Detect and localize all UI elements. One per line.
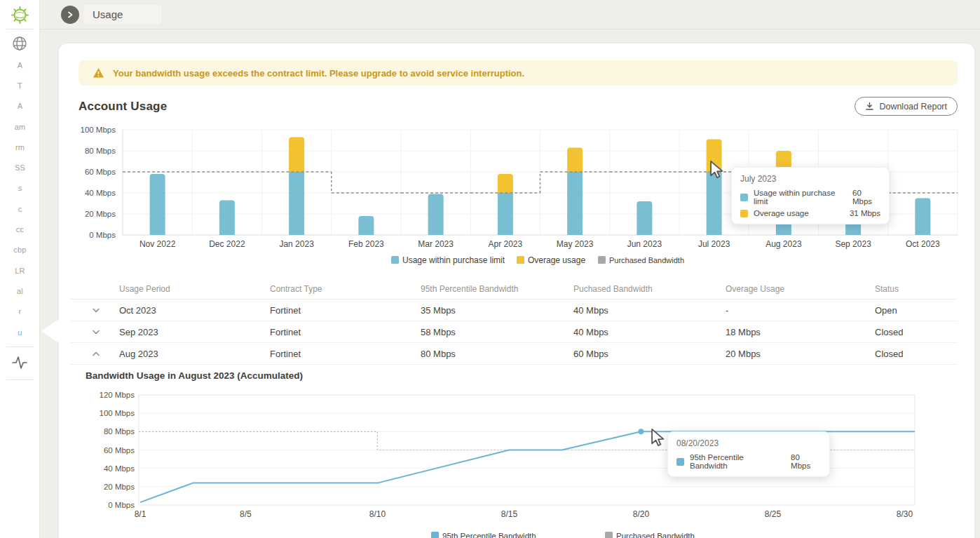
usage-dashboard: Usage ATAamrmSSsccccbpLRalru	[0, 0, 980, 538]
cell-status: Closed	[875, 327, 958, 337]
col-overage-usage: Overage Usage	[726, 284, 875, 294]
tooltip-row: 95th Percentile Bandwidth 80 Mbps	[676, 453, 821, 470]
bar-feb-2023-usage[interactable]	[358, 216, 374, 235]
bar-jan-2023-overage[interactable]	[289, 137, 304, 173]
activity-icon[interactable]	[11, 354, 28, 372]
cell-contract-type: Fortinet	[270, 305, 421, 316]
sidebar-item-al-11[interactable]: al	[0, 281, 40, 301]
sidebar-item-c-7[interactable]: c	[0, 199, 40, 219]
series-swatch	[740, 194, 748, 201]
gear-logo-icon	[11, 6, 29, 25]
row-expand-button[interactable]	[86, 325, 107, 339]
svg-text:8/15: 8/15	[501, 509, 518, 519]
page-title: Usage	[93, 8, 123, 20]
svg-text:95th Percentile Bandwidth: 95th Percentile Bandwidth	[442, 532, 536, 538]
warning-banner: Your bandwidth usage exceeds the contrac…	[79, 60, 958, 86]
sidebar-item-s-6[interactable]: s	[0, 178, 40, 199]
row-expand-button[interactable]	[86, 347, 107, 361]
bar-oct-2023-usage[interactable]	[915, 199, 930, 236]
svg-text:60 Mbps: 60 Mbps	[85, 168, 116, 176]
cell-overage: -	[726, 305, 875, 316]
svg-text:60 Mbps: 60 Mbps	[104, 446, 135, 455]
col-usage-period: Usage Period	[119, 284, 270, 294]
cell-usage-period: Aug 2023	[119, 349, 270, 359]
chevron-up-icon	[93, 351, 100, 356]
svg-text:Usage within purchase limit: Usage within purchase limit	[402, 255, 505, 265]
svg-text:Feb 2023: Feb 2023	[348, 239, 384, 249]
sidebar-item-u-13[interactable]: u	[0, 322, 40, 342]
row-expand-button[interactable]	[86, 303, 107, 317]
globe-icon[interactable]	[11, 35, 28, 52]
svg-text:100 Mbps: 100 Mbps	[99, 409, 135, 417]
warning-icon	[93, 67, 104, 79]
tooltip-label: Usage within purchase limit	[754, 189, 843, 206]
sidebar-item-r-12[interactable]: r	[0, 302, 40, 322]
bar-mar-2023-usage[interactable]	[428, 194, 444, 236]
svg-text:Aug 2023: Aug 2023	[765, 239, 802, 249]
bar-dec-2022-usage[interactable]	[219, 201, 235, 236]
svg-text:80 Mbps: 80 Mbps	[85, 147, 116, 155]
bar-may-2023-overage[interactable]	[567, 148, 583, 173]
sidebar-item-a-0[interactable]: A	[0, 55, 40, 75]
sidebar-divider	[6, 29, 34, 29]
series-swatch	[740, 210, 748, 217]
sidebar-item-cc-8[interactable]: cc	[0, 219, 40, 239]
bar-nov-2022-usage[interactable]	[150, 174, 165, 235]
bar-may-2023-usage[interactable]	[567, 172, 583, 235]
tooltip-title: July 2023	[740, 174, 880, 184]
bar-apr-2023-overage[interactable]	[498, 174, 513, 193]
svg-text:Purchased Bandwidth: Purchased Bandwidth	[616, 532, 695, 538]
cell-p95: 58 Mbps	[421, 327, 573, 337]
legend-swatch	[605, 532, 613, 538]
cell-p95: 80 Mbps	[421, 349, 573, 359]
cell-contract-type: Fortinet	[270, 327, 421, 337]
svg-text:20 Mbps: 20 Mbps	[104, 483, 135, 491]
sidebar-item-cbp-9[interactable]: cbp	[0, 240, 40, 260]
series-swatch	[676, 458, 684, 466]
chevron-down-icon	[93, 330, 100, 335]
cell-usage-period: Oct 2023	[119, 305, 270, 316]
sidebar-item-a-2[interactable]: A	[0, 96, 40, 116]
sidebar-item-t-1[interactable]: T	[0, 75, 40, 95]
svg-text:8/1: 8/1	[135, 509, 147, 519]
svg-text:Overage usage: Overage usage	[528, 255, 585, 265]
bar-jul-2023-usage[interactable]	[707, 172, 722, 235]
hovered-data-point[interactable]	[638, 429, 644, 434]
tooltip-value: 60 Mbps	[843, 189, 880, 206]
svg-text:8/25: 8/25	[765, 509, 782, 519]
svg-text:Jul 2023: Jul 2023	[698, 239, 730, 249]
chevron-down-icon	[93, 308, 100, 313]
bar-jan-2023-usage[interactable]	[289, 172, 304, 235]
sidebar-item-rm-4[interactable]: rm	[0, 137, 40, 157]
sidebar-item-am-3[interactable]: am	[0, 116, 40, 137]
cell-purchased: 40 Mbps	[573, 327, 726, 337]
cell-overage: 20 Mbps	[726, 349, 875, 359]
cell-p95: 35 Mbps	[421, 305, 573, 316]
svg-text:40 Mbps: 40 Mbps	[104, 464, 135, 473]
sidebar-item-lr-10[interactable]: LR	[0, 260, 40, 281]
sidebar-collapse-button[interactable]	[61, 6, 79, 24]
svg-text:Oct 2023: Oct 2023	[906, 239, 940, 249]
cell-contract-type: Fortinet	[270, 349, 421, 359]
svg-text:Purchased Bandwidth: Purchased Bandwidth	[609, 256, 684, 264]
bar-apr-2023-usage[interactable]	[498, 193, 513, 235]
svg-text:8/10: 8/10	[369, 509, 386, 519]
tooltip-title: 08/20/2023	[676, 438, 821, 448]
tooltip-row: Usage within purchase limit 60 Mbps	[740, 189, 880, 206]
page-title-chip: Usage	[83, 4, 163, 25]
bandwidth-line-chart[interactable]: 0 Mbps20 Mbps40 Mbps60 Mbps80 Mbps100 Mb…	[84, 390, 974, 538]
svg-text:Mar 2023: Mar 2023	[418, 239, 454, 249]
sidebar-item-ss-5[interactable]: SS	[0, 157, 40, 177]
account-usage-title: Account Usage	[79, 100, 167, 114]
line-chart-title: Bandwidth Usage in August 2023 (Accumula…	[86, 370, 303, 381]
svg-text:May 2023: May 2023	[557, 239, 594, 249]
cell-purchased: 40 Mbps	[573, 305, 726, 316]
bar-jun-2023-usage[interactable]	[637, 201, 652, 235]
download-report-button[interactable]: Download Report	[855, 97, 958, 116]
usage-table-body: Oct 2023Fortinet35 Mbps40 Mbps-OpenSep 2…	[70, 300, 958, 365]
legend-swatch	[517, 256, 524, 264]
cell-status: Closed	[875, 349, 958, 359]
table-row-aug-2023: Aug 2023Fortinet80 Mbps60 Mbps20 MbpsClo…	[70, 343, 958, 365]
svg-text:20 Mbps: 20 Mbps	[85, 210, 116, 218]
cell-status: Open	[875, 305, 958, 316]
